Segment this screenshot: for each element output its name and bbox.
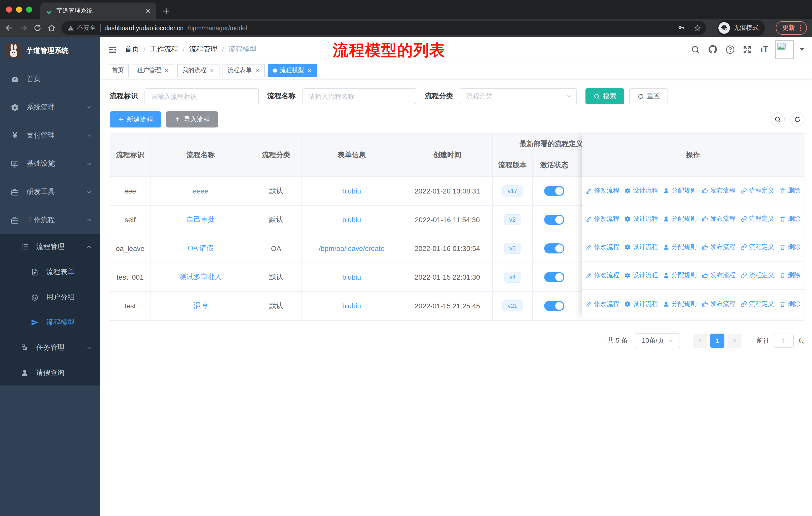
process-name-link[interactable]: eeee xyxy=(193,187,208,195)
assign-rule-link[interactable]: 分配规则 xyxy=(663,215,697,223)
sidebar-item-home[interactable]: 首页 xyxy=(0,65,100,93)
minimize-window-button[interactable] xyxy=(16,6,22,12)
assign-rule-link[interactable]: 分配规则 xyxy=(663,186,697,195)
process-name-link[interactable]: 自己审批 xyxy=(186,215,215,224)
help-icon[interactable] xyxy=(726,45,735,54)
next-page-button[interactable] xyxy=(727,333,742,348)
forward-button[interactable] xyxy=(19,24,28,32)
design-process-link[interactable]: 设计流程 xyxy=(624,186,658,195)
form-info-link[interactable]: biubiu xyxy=(342,187,361,195)
process-name-input[interactable] xyxy=(302,88,416,104)
goto-page-input[interactable] xyxy=(774,333,794,348)
search-button[interactable]: 搜索 xyxy=(585,88,624,104)
edit-process-link[interactable]: 修改流程 xyxy=(585,271,619,280)
process-name-link[interactable]: 测试多审批人 xyxy=(179,273,222,282)
sidebar-fold-icon[interactable] xyxy=(108,45,117,54)
tag-my-process[interactable]: 我的流程 xyxy=(177,64,220,77)
create-process-button[interactable]: 新建流程 xyxy=(110,111,161,128)
edit-process-link[interactable]: 修改流程 xyxy=(585,300,619,308)
home-button[interactable] xyxy=(47,24,56,32)
delete-link[interactable]: 删除 xyxy=(779,243,801,251)
category-select[interactable]: 流程分类 xyxy=(460,88,577,104)
publish-process-link[interactable]: 发布流程 xyxy=(702,186,735,195)
design-process-link[interactable]: 设计流程 xyxy=(624,243,658,251)
window-controls[interactable] xyxy=(6,6,32,12)
sidebar-item-workflow[interactable]: 工作流程 xyxy=(0,206,100,234)
tag-close-icon[interactable] xyxy=(164,68,169,73)
form-info-link[interactable]: biubiu xyxy=(342,273,361,281)
process-name-link[interactable]: 滔博 xyxy=(194,301,208,310)
delete-link[interactable]: 删除 xyxy=(779,300,801,308)
chrome-update-button[interactable]: 更新 xyxy=(776,21,807,35)
assign-rule-link[interactable]: 分配规则 xyxy=(663,271,697,280)
fullscreen-icon[interactable] xyxy=(743,45,752,54)
breadcrumb-workflow[interactable]: 工作流程 xyxy=(150,45,178,54)
edit-process-link[interactable]: 修改流程 xyxy=(585,243,619,251)
new-tab-button[interactable] xyxy=(162,7,170,15)
bookmark-star-icon[interactable] xyxy=(694,24,701,32)
sidebar-item-pay[interactable]: ¥ 支付管理 xyxy=(0,121,100,150)
sidebar-item-process-mgmt[interactable]: 流程管理 xyxy=(0,234,100,260)
sidebar-item-process-model[interactable]: 流程模型 xyxy=(0,310,100,335)
publish-process-link[interactable]: 发布流程 xyxy=(702,271,735,280)
assign-rule-link[interactable]: 分配规则 xyxy=(663,300,697,308)
browser-menu-dots-icon[interactable] xyxy=(796,24,805,32)
delete-link[interactable]: 删除 xyxy=(779,271,801,280)
breadcrumb-home[interactable]: 首页 xyxy=(125,45,139,54)
avatar[interactable] xyxy=(775,40,794,59)
address-bar[interactable]: 不安全 dashboard.yudao.iocoder.cn/bpm/manag… xyxy=(61,21,706,35)
form-info-link[interactable]: biubiu xyxy=(342,216,361,224)
tag-close-icon[interactable] xyxy=(307,68,312,73)
tag-close-icon[interactable] xyxy=(209,68,214,73)
delete-link[interactable]: 删除 xyxy=(779,215,801,223)
close-window-button[interactable] xyxy=(6,6,12,12)
status-toggle[interactable] xyxy=(544,215,564,225)
process-definition-link[interactable]: 流程定义 xyxy=(741,271,774,280)
design-process-link[interactable]: 设计流程 xyxy=(624,271,658,280)
tag-process-form[interactable]: 流程表单 xyxy=(223,64,265,77)
assign-rule-link[interactable]: 分配规则 xyxy=(663,243,697,251)
tag-close-icon[interactable] xyxy=(255,68,260,73)
prev-page-button[interactable] xyxy=(693,333,707,348)
status-toggle[interactable] xyxy=(544,301,564,311)
design-process-link[interactable]: 设计流程 xyxy=(624,300,658,308)
process-definition-link[interactable]: 流程定义 xyxy=(741,243,774,251)
security-chip[interactable]: 不安全 xyxy=(67,24,96,32)
edit-process-link[interactable]: 修改流程 xyxy=(585,186,619,195)
tag-tenant-mgmt[interactable]: 租户管理 xyxy=(132,64,174,77)
sidebar-item-leave-query[interactable]: 请假查询 xyxy=(0,360,100,385)
publish-process-link[interactable]: 发布流程 xyxy=(702,215,735,223)
import-process-button[interactable]: 导入流程 xyxy=(166,111,218,128)
refresh-table-button[interactable] xyxy=(790,112,805,127)
reset-button[interactable]: 重置 xyxy=(629,88,668,104)
page-number-current[interactable]: 1 xyxy=(710,333,724,348)
tab-close-icon[interactable] xyxy=(145,8,151,14)
sidebar-item-infra[interactable]: 基础设施 xyxy=(0,150,100,178)
font-size-icon[interactable]: ᴛT xyxy=(760,45,768,54)
sidebar-item-process-form[interactable]: 流程表单 xyxy=(0,260,100,285)
tag-home[interactable]: 首页 xyxy=(107,64,129,77)
delete-link[interactable]: 删除 xyxy=(779,186,801,195)
process-definition-link[interactable]: 流程定义 xyxy=(741,300,774,308)
github-icon[interactable] xyxy=(708,44,718,54)
edit-process-link[interactable]: 修改流程 xyxy=(585,215,619,223)
design-process-link[interactable]: 设计流程 xyxy=(624,215,658,223)
password-key-icon[interactable] xyxy=(677,24,685,32)
status-toggle[interactable] xyxy=(544,186,564,196)
sidebar-item-devtools[interactable]: 研发工具 xyxy=(0,178,100,206)
avatar-caret-down-icon[interactable] xyxy=(800,48,805,51)
sidebar-item-user-group[interactable]: 用户分组 xyxy=(0,285,100,310)
toggle-search-button[interactable] xyxy=(771,112,785,127)
form-info-link[interactable]: /bpm/oa/leave/create xyxy=(319,244,385,252)
status-toggle[interactable] xyxy=(544,272,564,282)
sidebar-item-system[interactable]: 系统管理 xyxy=(0,93,100,121)
sidebar-item-task-mgmt[interactable]: 任务管理 xyxy=(0,335,100,360)
reload-button[interactable] xyxy=(33,24,42,32)
tag-process-model[interactable]: 流程模型 xyxy=(268,64,317,77)
zoom-window-button[interactable] xyxy=(26,6,32,12)
publish-process-link[interactable]: 发布流程 xyxy=(702,243,735,251)
breadcrumb-process-mgmt[interactable]: 流程管理 xyxy=(189,45,218,54)
search-icon[interactable] xyxy=(691,45,700,54)
form-info-link[interactable]: biubiu xyxy=(342,302,361,310)
back-button[interactable] xyxy=(5,24,13,32)
